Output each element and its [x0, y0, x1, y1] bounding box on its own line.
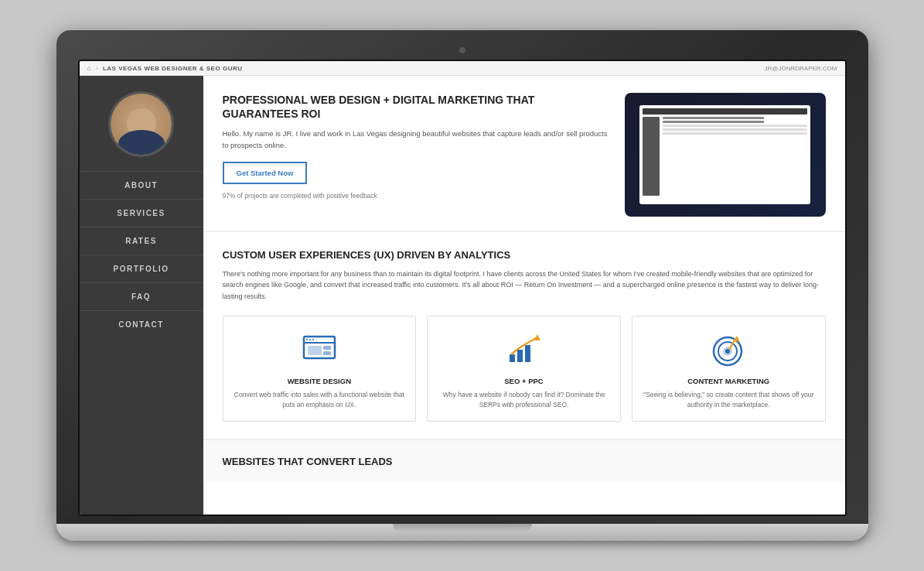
main-content: PROFESSIONAL WEB DESIGN + DIGITAL MARKET…	[203, 76, 845, 515]
preview-line-3	[663, 125, 807, 127]
sidebar-item-rates[interactable]: RATES	[80, 227, 203, 255]
svg-rect-8	[510, 354, 515, 362]
screen-inner: ABOUT SERVICES RATES PORTFOLIO FAQ CONTA…	[80, 76, 845, 515]
websites-title: WEBSITES THAT CONVERT LEADS	[223, 456, 826, 467]
breadcrumb-separator: ›	[96, 64, 98, 72]
seo-ppc-icon	[503, 330, 545, 369]
card-website-design: WEBSITE DESIGN Convert web traffic into …	[223, 316, 417, 422]
email-address: JR@JONRDRAPER.COM	[765, 65, 837, 72]
laptop-preview	[625, 93, 826, 217]
svg-rect-9	[517, 350, 523, 362]
laptop-base	[56, 524, 868, 541]
address-bar: ⌂ › LAS VEGAS WEB DESIGNER & SEO GURU JR…	[80, 61, 845, 76]
svg-rect-2	[308, 346, 322, 355]
websites-section: WEBSITES THAT CONVERT LEADS	[203, 440, 845, 483]
seo-ppc-desc: Why have a website if nobody can find it…	[438, 390, 609, 410]
sidebar-item-portfolio[interactable]: PORTFOLIO	[80, 255, 203, 282]
card-content-marketing: CONTENT MARKETING "Seeing is believing,"…	[632, 316, 826, 422]
cards-row: WEBSITE DESIGN Convert web traffic into …	[223, 316, 826, 422]
home-icon: ⌂	[87, 64, 91, 72]
sidebar: ABOUT SERVICES RATES PORTFOLIO FAQ CONTA…	[80, 76, 203, 515]
laptop-camera	[459, 47, 465, 53]
page-path: LAS VEGAS WEB DESIGNER & SEO GURU	[103, 65, 243, 72]
preview-line-4	[663, 128, 807, 131]
hero-description: Hello. My name is JR. I live and work in…	[223, 128, 609, 151]
website-design-title: WEBSITE DESIGN	[234, 377, 405, 385]
content-marketing-icon	[707, 330, 750, 369]
avatar-face	[111, 91, 172, 157]
avatar	[108, 91, 174, 157]
seo-ppc-title: SEO + PPC	[438, 377, 609, 385]
hero-title: PROFESSIONAL WEB DESIGN + DIGITAL MARKET…	[223, 93, 609, 121]
svg-rect-4	[323, 351, 331, 355]
laptop-body: ⌂ › LAS VEGAS WEB DESIGNER & SEO GURU JR…	[56, 30, 868, 524]
sidebar-item-about[interactable]: ABOUT	[80, 171, 203, 199]
laptop-preview-image	[625, 93, 826, 217]
preview-line-1	[663, 117, 764, 119]
laptop-container: ⌂ › LAS VEGAS WEB DESIGNER & SEO GURU JR…	[56, 30, 868, 541]
ux-section-title: CUSTOM USER EXPERIENCES (UX) DRIVEN BY A…	[223, 249, 826, 261]
cta-button[interactable]: Get Started Now	[223, 162, 308, 184]
preview-line-5	[663, 132, 807, 135]
preview-screen	[639, 105, 810, 204]
ux-section-description: There's nothing more important for any b…	[223, 268, 826, 302]
projects-stat: 97% of projects are completed with posit…	[223, 192, 609, 200]
website-design-icon	[298, 330, 340, 369]
sidebar-item-services[interactable]: SERVICES	[80, 199, 203, 227]
svg-rect-3	[323, 346, 331, 350]
hero-section: PROFESSIONAL WEB DESIGN + DIGITAL MARKET…	[203, 76, 845, 232]
website-design-desc: Convert web traffic into sales with a fu…	[234, 390, 405, 410]
hero-text: PROFESSIONAL WEB DESIGN + DIGITAL MARKET…	[223, 93, 609, 217]
sidebar-item-faq[interactable]: FAQ	[80, 282, 203, 310]
content-marketing-title: CONTENT MARKETING	[643, 377, 814, 385]
preview-line-2	[663, 121, 764, 123]
card-seo-ppc: SEO + PPC Why have a website if nobody c…	[427, 316, 621, 422]
sidebar-item-contact[interactable]: CONTACT	[80, 310, 203, 338]
preview-content	[663, 117, 807, 196]
ux-section: CUSTOM USER EXPERIENCES (UX) DRIVEN BY A…	[203, 232, 845, 440]
preview-sidebar	[643, 117, 660, 196]
svg-marker-11	[534, 334, 540, 340]
laptop-screen: ⌂ › LAS VEGAS WEB DESIGNER & SEO GURU JR…	[78, 60, 847, 516]
svg-rect-10	[525, 345, 530, 362]
preview-header	[643, 108, 807, 115]
content-marketing-desc: "Seeing is believing," so create content…	[643, 390, 814, 410]
